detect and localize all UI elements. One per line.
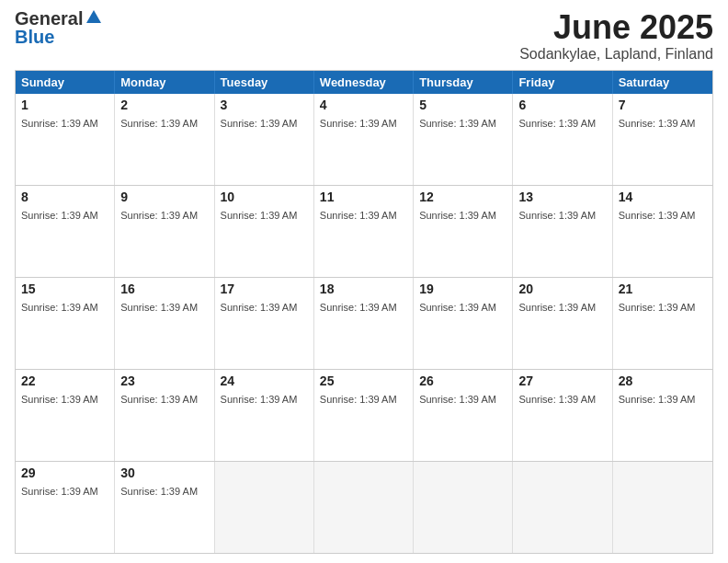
day-number: 24 (221, 373, 308, 388)
calendar: Sunday Monday Tuesday Wednesday Thursday… (15, 70, 713, 554)
day-number: 8 (21, 190, 108, 204)
header-friday: Friday (513, 71, 612, 94)
week-1: 1Sunrise: 1:39 AM2Sunrise: 1:39 AM3Sunri… (16, 94, 712, 185)
sunrise-text: Sunrise: 1:39 AM (320, 118, 397, 129)
sunrise-text: Sunrise: 1:39 AM (221, 394, 298, 405)
day-number: 21 (619, 282, 707, 296)
day-cell-24: 24Sunrise: 1:39 AM (215, 370, 314, 461)
sunrise-text: Sunrise: 1:39 AM (320, 302, 397, 313)
day-cell-3: 3Sunrise: 1:39 AM (215, 94, 314, 185)
day-cell-7: 7Sunrise: 1:39 AM (613, 94, 712, 185)
day-cell-16: 16Sunrise: 1:39 AM (115, 278, 214, 369)
month-year: June 2025 (519, 9, 713, 46)
day-cell-10: 10Sunrise: 1:39 AM (215, 186, 314, 277)
sunrise-text: Sunrise: 1:39 AM (619, 394, 696, 405)
day-cell-6: 6Sunrise: 1:39 AM (513, 94, 612, 185)
day-cell-30: 30Sunrise: 1:39 AM (115, 462, 214, 553)
day-cell-25: 25Sunrise: 1:39 AM (314, 370, 414, 461)
day-number: 29 (21, 465, 108, 480)
day-cell-26: 26Sunrise: 1:39 AM (414, 370, 513, 461)
day-cell-17: 17Sunrise: 1:39 AM (215, 278, 314, 369)
day-number: 27 (518, 373, 606, 388)
sunrise-text: Sunrise: 1:39 AM (21, 394, 98, 405)
header-thursday: Thursday (414, 71, 513, 94)
day-number: 28 (619, 373, 707, 388)
sunrise-text: Sunrise: 1:39 AM (21, 486, 98, 497)
day-cell-12: 12Sunrise: 1:39 AM (414, 186, 513, 277)
sunrise-text: Sunrise: 1:39 AM (419, 394, 496, 405)
week-2: 8Sunrise: 1:39 AM9Sunrise: 1:39 AM10Sunr… (16, 185, 712, 277)
logo-blue-text: Blue (15, 27, 54, 47)
sunrise-text: Sunrise: 1:39 AM (221, 118, 298, 129)
sunrise-text: Sunrise: 1:39 AM (419, 210, 496, 221)
sunrise-text: Sunrise: 1:39 AM (21, 210, 98, 221)
empty-cell (314, 462, 414, 553)
svg-marker-0 (86, 10, 101, 23)
sunrise-text: Sunrise: 1:39 AM (120, 486, 198, 497)
page: General Blue June 2025 Sodankylae, Lapla… (0, 0, 728, 563)
day-cell-8: 8Sunrise: 1:39 AM (16, 186, 115, 277)
calendar-body: 1Sunrise: 1:39 AM2Sunrise: 1:39 AM3Sunri… (16, 94, 712, 553)
day-cell-21: 21Sunrise: 1:39 AM (613, 278, 712, 369)
sunrise-text: Sunrise: 1:39 AM (120, 302, 198, 313)
sunrise-text: Sunrise: 1:39 AM (518, 118, 596, 129)
day-cell-22: 22Sunrise: 1:39 AM (16, 370, 115, 461)
day-cell-19: 19Sunrise: 1:39 AM (414, 278, 513, 369)
day-cell-27: 27Sunrise: 1:39 AM (513, 370, 612, 461)
week-4: 22Sunrise: 1:39 AM23Sunrise: 1:39 AM24Su… (16, 369, 712, 461)
day-number: 15 (21, 282, 108, 296)
day-cell-28: 28Sunrise: 1:39 AM (613, 370, 712, 461)
day-number: 9 (120, 190, 208, 204)
day-number: 10 (221, 190, 308, 204)
location: Sodankylae, Lapland, Finland (519, 46, 713, 63)
sunrise-text: Sunrise: 1:39 AM (419, 302, 496, 313)
empty-cell (613, 462, 712, 553)
logo-general-text: General (15, 9, 83, 28)
day-cell-1: 1Sunrise: 1:39 AM (16, 94, 115, 185)
sunrise-text: Sunrise: 1:39 AM (120, 118, 198, 129)
empty-cell (513, 462, 612, 553)
week-5: 29Sunrise: 1:39 AM30Sunrise: 1:39 AM (16, 461, 712, 553)
logo-triangle-icon (86, 10, 101, 26)
header-sunday: Sunday (16, 71, 115, 94)
logo: General Blue (15, 9, 101, 46)
sunrise-text: Sunrise: 1:39 AM (120, 210, 198, 221)
day-cell-18: 18Sunrise: 1:39 AM (314, 278, 414, 369)
day-number: 5 (419, 98, 506, 112)
day-number: 11 (320, 190, 407, 204)
day-cell-13: 13Sunrise: 1:39 AM (513, 186, 612, 277)
sunrise-text: Sunrise: 1:39 AM (320, 210, 397, 221)
sunrise-text: Sunrise: 1:39 AM (419, 118, 496, 129)
sunrise-text: Sunrise: 1:39 AM (21, 302, 98, 313)
day-number: 7 (619, 98, 707, 112)
day-cell-11: 11Sunrise: 1:39 AM (314, 186, 414, 277)
sunrise-text: Sunrise: 1:39 AM (619, 210, 696, 221)
day-number: 12 (419, 190, 506, 204)
day-number: 2 (120, 98, 208, 112)
day-number: 23 (120, 373, 208, 388)
calendar-header: Sunday Monday Tuesday Wednesday Thursday… (16, 71, 712, 94)
day-number: 14 (619, 190, 707, 204)
week-3: 15Sunrise: 1:39 AM16Sunrise: 1:39 AM17Su… (16, 277, 712, 369)
day-number: 20 (518, 282, 606, 296)
day-cell-5: 5Sunrise: 1:39 AM (414, 94, 513, 185)
day-cell-14: 14Sunrise: 1:39 AM (613, 186, 712, 277)
day-cell-15: 15Sunrise: 1:39 AM (16, 278, 115, 369)
sunrise-text: Sunrise: 1:39 AM (518, 302, 596, 313)
day-cell-9: 9Sunrise: 1:39 AM (115, 186, 214, 277)
empty-cell (215, 462, 314, 553)
day-number: 26 (419, 373, 506, 388)
day-number: 30 (120, 465, 208, 480)
day-number: 6 (518, 98, 606, 112)
day-number: 1 (21, 98, 108, 112)
day-number: 22 (21, 373, 108, 388)
header: General Blue June 2025 Sodankylae, Lapla… (15, 9, 713, 63)
day-cell-2: 2Sunrise: 1:39 AM (115, 94, 214, 185)
sunrise-text: Sunrise: 1:39 AM (320, 394, 397, 405)
day-number: 4 (320, 98, 407, 112)
header-wednesday: Wednesday (314, 71, 414, 94)
day-number: 18 (320, 282, 407, 296)
day-cell-4: 4Sunrise: 1:39 AM (314, 94, 414, 185)
header-monday: Monday (115, 71, 214, 94)
day-number: 13 (518, 190, 606, 204)
